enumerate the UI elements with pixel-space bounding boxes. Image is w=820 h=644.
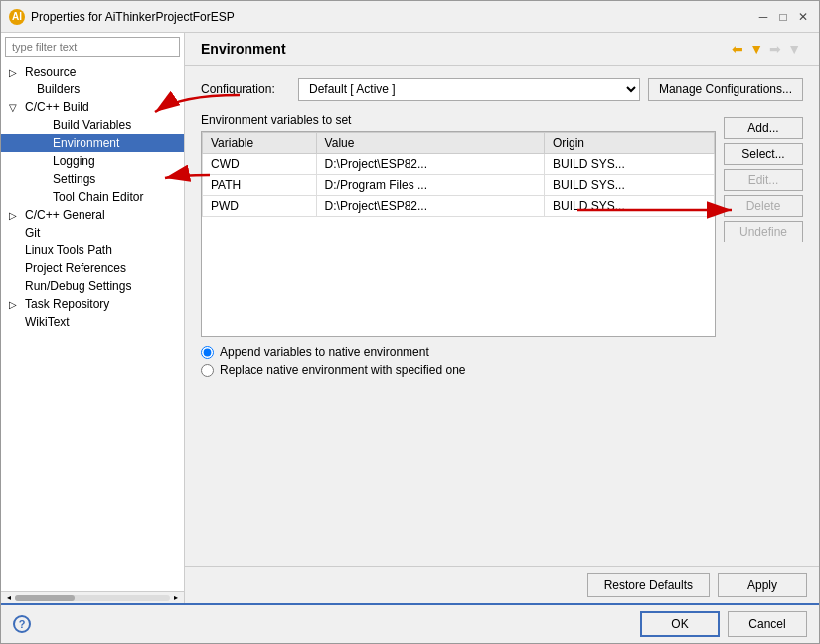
tree-area: ▷ Resource Builders ▽ C/C++ Build Build … (1, 61, 184, 591)
scrollbar-track (15, 595, 170, 601)
env-action-buttons: Add... Select... Edit... Delete Undefine (724, 113, 803, 246)
cell-value: D:\Project\ESP82... (316, 154, 544, 175)
maximize-button[interactable]: □ (775, 9, 791, 25)
delete-button[interactable]: Delete (724, 195, 803, 217)
radio-append[interactable] (201, 346, 214, 359)
sidebar-item-project-references[interactable]: Project References (1, 259, 184, 277)
close-button[interactable]: ✕ (795, 9, 811, 25)
cell-origin: BUILD SYS... (545, 175, 715, 196)
sidebar-item-git[interactable]: Git (1, 224, 184, 242)
sidebar: ▷ Resource Builders ▽ C/C++ Build Build … (1, 33, 185, 603)
radio-append-label[interactable]: Append variables to native environment (201, 345, 803, 359)
nav-back-dropdown[interactable]: ▼ (747, 41, 765, 57)
env-empty-area (202, 217, 715, 336)
panel-body: Configuration: Default [ Active ] Manage… (185, 66, 819, 566)
env-section-title: Environment variables to set (201, 113, 716, 127)
select-button[interactable]: Select... (724, 143, 803, 165)
scrollbar-thumb[interactable] (15, 595, 75, 601)
sidebar-item-label: C/C++ Build (25, 100, 89, 114)
sidebar-item-label: Run/Debug Settings (25, 279, 131, 293)
sidebar-item-cpp-general[interactable]: ▷ C/C++ General (1, 206, 184, 224)
radio-replace-text: Replace native environment with specifie… (220, 363, 465, 377)
cell-value: D:\Project\ESP82... (316, 196, 544, 217)
sidebar-item-label: Tool Chain Editor (53, 190, 143, 204)
radio-replace-label[interactable]: Replace native environment with specifie… (201, 363, 803, 377)
right-panel: Environment ⬅ ▼ ➡ ▼ Configuration: Defau… (185, 33, 819, 603)
minimize-button[interactable]: ─ (755, 9, 771, 25)
sidebar-item-label: Builders (37, 82, 80, 96)
sidebar-item-wikitext[interactable]: WikiText (1, 313, 184, 331)
cancel-button[interactable]: Cancel (728, 611, 807, 637)
edit-button[interactable]: Edit... (724, 169, 803, 191)
configuration-row: Configuration: Default [ Active ] Manage… (201, 78, 803, 101)
window-controls: ─ □ ✕ (755, 9, 811, 25)
sidebar-item-cpp-build[interactable]: ▽ C/C++ Build (1, 98, 184, 116)
sidebar-item-tool-chain-editor[interactable]: Tool Chain Editor (1, 188, 184, 206)
nav-forward-dropdown[interactable]: ▼ (785, 41, 803, 57)
sidebar-item-environment[interactable]: Environment (1, 134, 184, 152)
restore-defaults-button[interactable]: Restore Defaults (587, 573, 710, 597)
nav-forward-button[interactable]: ➡ (767, 41, 783, 57)
cell-variable: PWD (203, 196, 317, 217)
sidebar-item-label: Project References (25, 261, 126, 275)
radio-replace[interactable] (201, 364, 214, 377)
title-bar-left: AI Properties for AiThinkerProjectForESP (9, 9, 235, 25)
properties-dialog: AI Properties for AiThinkerProjectForESP… (0, 0, 820, 644)
scroll-left-arrow[interactable]: ◂ (3, 592, 15, 604)
panel-nav: ⬅ ▼ ➡ ▼ (730, 41, 803, 57)
footer-right: OK Cancel (640, 611, 807, 637)
col-origin: Origin (545, 133, 715, 154)
help-button[interactable]: ? (13, 615, 31, 633)
sidebar-item-settings[interactable]: Settings (1, 170, 184, 188)
ok-button[interactable]: OK (640, 611, 720, 637)
title-bar: AI Properties for AiThinkerProjectForESP… (1, 1, 819, 33)
col-value: Value (316, 133, 544, 154)
sidebar-item-label: Logging (53, 154, 95, 168)
env-table-container: Variable Value Origin CWDD:\Project\ESP8… (201, 131, 716, 337)
col-variable: Variable (203, 133, 317, 154)
panel-title: Environment (201, 41, 286, 57)
dialog-footer: ? OK Cancel (1, 603, 819, 643)
sidebar-item-label: Environment (53, 136, 119, 150)
bottom-bar: Restore Defaults Apply (185, 566, 819, 603)
scroll-right-arrow[interactable]: ▸ (170, 592, 182, 604)
cell-value: D:/Program Files ... (316, 175, 544, 196)
sidebar-item-task-repository[interactable]: ▷ Task Repository (1, 295, 184, 313)
cell-origin: BUILD SYS... (545, 196, 715, 217)
expand-icon: ▷ (9, 67, 21, 78)
add-button[interactable]: Add... (724, 117, 803, 139)
sidebar-item-run-debug-settings[interactable]: Run/Debug Settings (1, 277, 184, 295)
sidebar-scrollbar: ◂ ▸ (1, 591, 184, 603)
configuration-label: Configuration: (201, 82, 290, 96)
expand-icon: ▷ (9, 210, 21, 221)
configuration-select[interactable]: Default [ Active ] (298, 78, 640, 101)
cell-variable: PATH (203, 175, 317, 196)
panel-header: Environment ⬅ ▼ ➡ ▼ (185, 33, 819, 66)
radio-append-text: Append variables to native environment (220, 345, 429, 359)
apply-button[interactable]: Apply (718, 573, 807, 597)
table-row[interactable]: PWDD:\Project\ESP82...BUILD SYS... (203, 196, 715, 217)
expand-icon: ▽ (9, 102, 21, 113)
manage-configurations-button[interactable]: Manage Configurations... (648, 78, 803, 101)
env-variables-table: Variable Value Origin CWDD:\Project\ESP8… (202, 132, 715, 217)
cell-variable: CWD (203, 154, 317, 175)
sidebar-item-logging[interactable]: Logging (1, 152, 184, 170)
sidebar-item-label: Task Repository (25, 297, 109, 311)
undefine-button[interactable]: Undefine (724, 221, 803, 242)
sidebar-item-label: Build Variables (53, 118, 131, 132)
sidebar-item-build-variables[interactable]: Build Variables (1, 116, 184, 134)
sidebar-item-linux-tools-path[interactable]: Linux Tools Path (1, 242, 184, 259)
sidebar-item-builders[interactable]: Builders (1, 80, 184, 98)
nav-back-button[interactable]: ⬅ (730, 41, 745, 57)
radio-group: Append variables to native environment R… (201, 345, 803, 377)
table-row[interactable]: PATHD:/Program Files ...BUILD SYS... (203, 175, 715, 196)
footer-left: ? (13, 615, 31, 633)
cell-origin: BUILD SYS... (545, 154, 715, 175)
expand-icon: ▷ (9, 299, 21, 310)
env-table-wrapper: Environment variables to set Variable Va… (201, 113, 716, 337)
table-row[interactable]: CWDD:\Project\ESP82...BUILD SYS... (203, 154, 715, 175)
sidebar-item-resource[interactable]: ▷ Resource (1, 63, 184, 80)
sidebar-item-label: Resource (25, 65, 76, 79)
environment-section: Environment variables to set Variable Va… (201, 113, 803, 377)
filter-input[interactable] (5, 37, 180, 57)
